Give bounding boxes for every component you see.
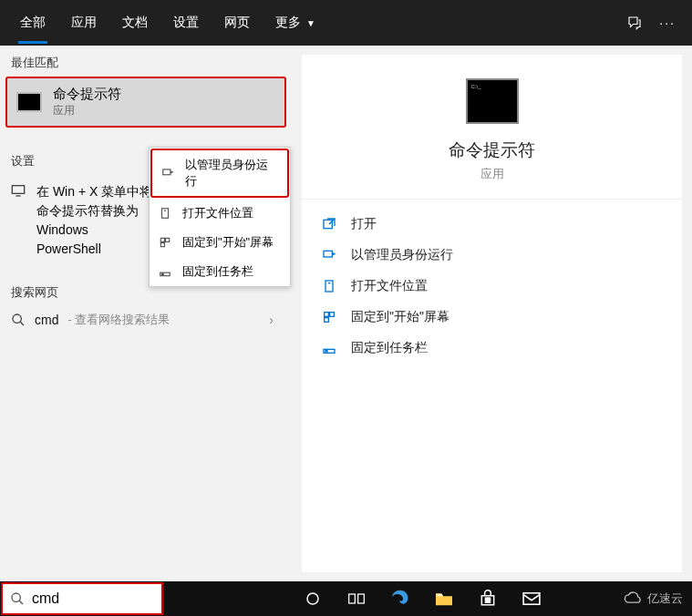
tab-web[interactable]: 网页 [212,2,263,44]
pin-taskbar-icon-2 [322,341,338,355]
watermark-text: 亿速云 [647,590,683,607]
svg-rect-25 [349,594,356,603]
action-open-label: 打开 [351,216,377,232]
search-input[interactable] [32,590,154,607]
svg-rect-11 [162,273,164,274]
tab-settings[interactable]: 设置 [160,2,212,44]
settings-item-text: 在 Win + X 菜单中将命令提示符替换为 Windows PowerShel… [36,182,155,259]
action-open[interactable]: 打开 [316,209,667,240]
pin-start-icon-2 [322,310,338,324]
preview-header: C:\_ 命令提示符 应用 [302,55,682,200]
svg-rect-28 [488,598,490,600]
watermark: 亿速云 [624,590,683,607]
preview-sub: 应用 [480,166,504,182]
file-explorer-icon[interactable] [422,581,466,616]
svg-rect-29 [486,601,488,602]
tab-more[interactable]: 更多▼ [263,2,328,44]
preview-panel: C:\_ 命令提示符 应用 打开 以管理员身份运行 [292,46,692,581]
cloud-icon [624,591,644,606]
search-icon [11,313,26,327]
svg-rect-15 [325,281,333,292]
svg-rect-14 [324,251,332,257]
open-icon [322,217,338,231]
ctx-open-location-label: 打开文件位置 [182,205,253,221]
admin-icon [322,248,338,262]
search-icon-taskbar [10,591,25,606]
svg-point-22 [12,593,20,601]
svg-rect-27 [486,598,488,600]
main-area: 最佳匹配 命令提示符 应用 设置 在 Win + X 菜单中将命令提示符替换为 … [0,46,692,581]
context-menu: 以管理员身份运行 打开文件位置 固定到"开始"屏幕 固定到任务栏 [149,147,291,287]
feedback-icon[interactable] [626,15,643,31]
taskbar-icons [291,581,553,616]
search-tabs: 全部 应用 文档 设置 网页 更多▼ ··· [0,0,692,46]
best-match-sub: 应用 [53,103,121,118]
mail-icon[interactable] [510,581,553,616]
monitor-icon [11,182,27,259]
taskbar [0,581,692,616]
svg-rect-26 [358,594,365,603]
ctx-pin-taskbar-label: 固定到任务栏 [182,263,253,280]
ctx-open-location[interactable]: 打开文件位置 [150,199,290,228]
task-view-icon[interactable] [335,581,378,616]
preview-actions: 打开 以管理员身份运行 打开文件位置 [302,200,682,373]
ctx-pin-taskbar[interactable]: 固定到任务栏 [150,257,290,286]
best-match-label: 最佳匹配 [0,46,292,75]
tab-docs[interactable]: 文档 [109,2,160,44]
tab-more-label: 更多 [275,15,301,29]
tab-apps[interactable]: 应用 [58,2,109,44]
location-icon [322,279,338,293]
svg-rect-18 [325,318,329,323]
svg-rect-31 [523,593,540,604]
action-run-admin[interactable]: 以管理员身份运行 [316,240,667,271]
action-run-admin-label: 以管理员身份运行 [351,247,453,263]
svg-rect-19 [330,313,335,317]
best-match-title: 命令提示符 [53,86,121,103]
results-panel: 最佳匹配 命令提示符 应用 设置 在 Win + X 菜单中将命令提示符替换为 … [0,46,292,581]
cortana-icon[interactable] [291,581,335,616]
svg-point-2 [13,314,21,323]
action-pin-taskbar[interactable]: 固定到任务栏 [316,333,667,364]
svg-rect-12 [324,220,332,228]
chevron-right-icon: › [269,313,281,327]
store-icon[interactable] [466,581,510,616]
action-open-location[interactable]: 打开文件位置 [316,271,667,302]
svg-rect-17 [325,313,329,317]
preview-title: 命令提示符 [449,139,535,162]
svg-rect-30 [488,601,490,602]
action-pin-taskbar-label: 固定到任务栏 [351,340,428,356]
taskbar-search[interactable] [1,582,163,615]
action-open-location-label: 打开文件位置 [351,278,428,294]
shield-icon [161,167,176,180]
svg-point-24 [307,593,318,604]
edge-icon[interactable] [378,581,422,616]
svg-rect-0 [12,186,24,194]
action-pin-start[interactable]: 固定到"开始"屏幕 [316,302,667,333]
action-pin-start-label: 固定到"开始"屏幕 [351,309,449,325]
ctx-run-admin-label: 以管理员身份运行 [185,157,278,190]
folder-icon [159,207,173,220]
web-query: cmd [35,313,58,327]
ctx-pin-start-label: 固定到"开始"屏幕 [182,234,274,251]
svg-line-3 [20,322,24,325]
pin-start-icon [159,236,173,249]
svg-line-23 [19,601,23,604]
ctx-pin-start[interactable]: 固定到"开始"屏幕 [150,228,290,257]
web-search-item[interactable]: cmd - 查看网络搜索结果 › [0,304,292,335]
chevron-down-icon: ▼ [306,18,315,28]
best-match-item[interactable]: 命令提示符 应用 [5,77,286,128]
svg-rect-8 [160,243,164,247]
preview-cmd-icon: C:\_ [466,78,519,124]
tab-all[interactable]: 全部 [7,2,58,44]
cmd-icon [16,92,42,112]
more-options-icon[interactable]: ··· [659,15,676,30]
svg-rect-9 [166,238,170,241]
svg-rect-4 [163,169,170,175]
svg-rect-7 [160,238,164,241]
ctx-run-admin[interactable]: 以管理员身份运行 [150,149,289,198]
web-hint: - 查看网络搜索结果 [67,312,170,328]
svg-rect-21 [325,351,327,352]
svg-rect-5 [162,209,169,219]
pin-taskbar-icon [159,265,173,278]
